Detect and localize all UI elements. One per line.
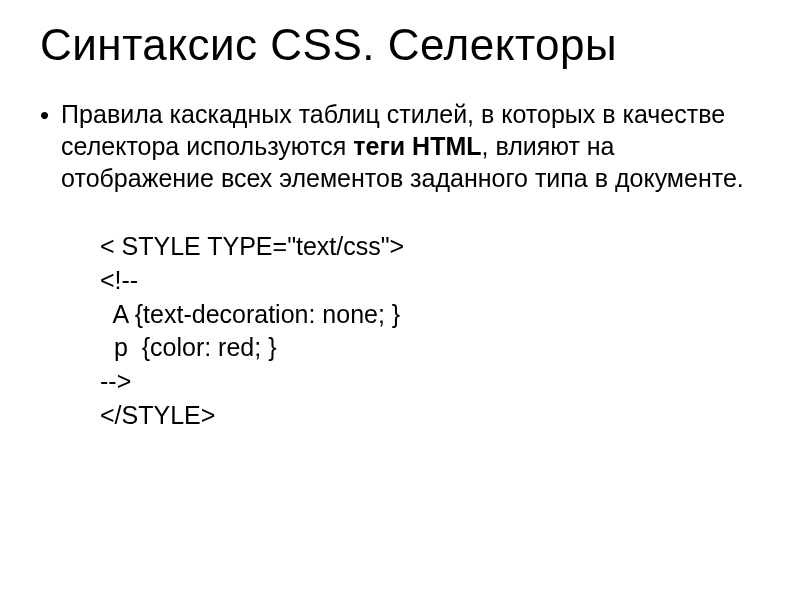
bullet-item: • Правила каскадных таблиц стилей, в кот… [40, 98, 760, 194]
code-line: --> [100, 365, 760, 399]
paragraph-bold: теги HTML [353, 132, 481, 160]
code-line: A {text-decoration: none; } [100, 298, 760, 332]
code-line: < STYLE TYPE="text/css"> [100, 230, 760, 264]
code-line: p {color: red; } [100, 331, 760, 365]
code-line: </STYLE> [100, 399, 760, 433]
code-block: < STYLE TYPE="text/css"> <!-- A {text-de… [100, 230, 760, 433]
bullet-icon: • [40, 102, 49, 128]
code-line: <!-- [100, 264, 760, 298]
slide: Синтаксис CSS. Селекторы • Правила каска… [0, 0, 800, 600]
paragraph: Правила каскадных таблиц стилей, в котор… [61, 98, 760, 194]
slide-title: Синтаксис CSS. Селекторы [40, 20, 760, 70]
